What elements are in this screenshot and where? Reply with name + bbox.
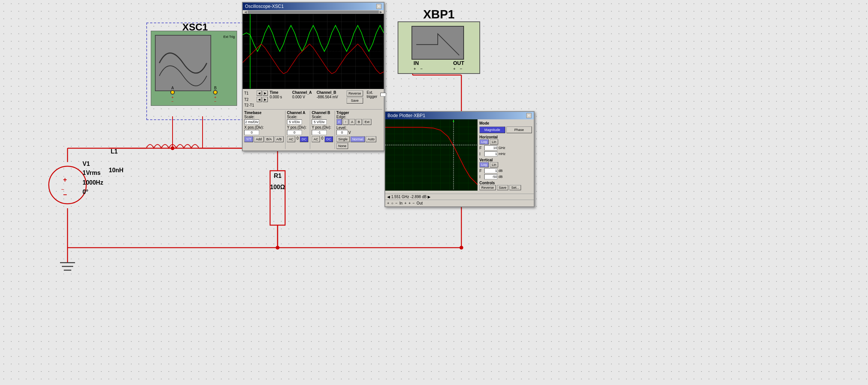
bode-statusbar: ◀ 1.551 GHz -2.898 dB ▶ bbox=[385, 194, 534, 200]
xsc1-terminal-b: B + − bbox=[213, 86, 218, 104]
xbp1-in-label: IN bbox=[414, 60, 423, 66]
osc-trigger-level-input[interactable] bbox=[336, 130, 348, 135]
bode-footer-in-minus[interactable]: − bbox=[395, 201, 398, 205]
xsc1-component: XSC1 Ext Trig A + − B bbox=[146, 23, 244, 120]
osc-cha-ypos-input[interactable] bbox=[287, 130, 302, 135]
osc-timebase-section: Timebase Scale: X pos.(Div): Y/T Add B/A… bbox=[244, 111, 284, 142]
xbp1-waveform bbox=[412, 27, 463, 59]
bode-h-f-row: F GHz bbox=[479, 145, 532, 150]
bode-v-f-unit: dB bbox=[499, 169, 508, 173]
osc-cha-scale-lbl: Scale: bbox=[287, 115, 308, 119]
bode-h-lin-btn[interactable]: Lin bbox=[490, 139, 498, 144]
bode-footer-plus-out: + bbox=[404, 201, 407, 205]
osc-t1-time: 0.000 s bbox=[270, 95, 290, 99]
bode-h-log-lin-row: Log Lin bbox=[479, 139, 532, 144]
osc-trigger-section: Trigger Edge: F ↑ A B Ext Level: V bbox=[336, 111, 382, 149]
bode-v-lin-btn[interactable]: Lin bbox=[490, 162, 498, 167]
osc-cha-ac-btn[interactable]: AC bbox=[287, 136, 296, 142]
svg-text:~: ~ bbox=[61, 186, 64, 192]
bode-h-i-input[interactable] bbox=[484, 151, 497, 156]
bode-magnitude-btn[interactable]: Magnitude bbox=[479, 126, 505, 133]
xbp1-screen bbox=[411, 26, 464, 60]
v1-spec3: 0° bbox=[83, 189, 88, 196]
osc-t1-left-btn[interactable]: ◀ bbox=[257, 90, 262, 96]
osc-trigger-title: Trigger bbox=[336, 111, 382, 115]
osc-cha-section: Channel A Scale: Y pos.(Div): AC 0 DC bbox=[287, 111, 308, 142]
osc-cha-zero-label: 0 bbox=[296, 136, 299, 142]
bode-footer-out-minus[interactable]: − bbox=[413, 201, 415, 205]
bode-nav-left[interactable]: ◀ bbox=[387, 195, 390, 199]
osc-titlebar: Oscilloscope-XSC1 ✕ bbox=[243, 3, 384, 10]
osc-ext-trigger-checkbox[interactable] bbox=[380, 93, 386, 96]
osc-hscroll-top[interactable]: ◀ ▶ bbox=[243, 10, 384, 14]
osc-trigger-level-lbl: Level: bbox=[336, 126, 382, 130]
osc-chb-scale-input[interactable] bbox=[312, 119, 327, 125]
bode-plot-display bbox=[385, 119, 478, 191]
bode-titlebar: Bode Plotter-XBP1 ✕ bbox=[385, 112, 534, 119]
osc-yt-btn[interactable]: Y/T bbox=[244, 136, 253, 142]
osc-trigger-edge-b-btn[interactable]: B bbox=[356, 119, 362, 125]
osc-trigger-edge-r-btn[interactable]: ↑ bbox=[343, 119, 348, 125]
bode-phase-btn[interactable]: Phase bbox=[506, 126, 532, 133]
osc-t2-left-btn[interactable]: ◀ bbox=[257, 97, 262, 102]
osc-ab-btn[interactable]: A/B bbox=[275, 136, 284, 142]
osc-trigger-edge-f-btn[interactable]: F bbox=[336, 119, 342, 125]
xsc1-terminal-a: A + − bbox=[170, 86, 175, 104]
bode-footer-circle-in[interactable]: ○ bbox=[391, 201, 393, 205]
osc-single-btn[interactable]: Single bbox=[336, 136, 350, 142]
osc-t2-right-btn[interactable]: ▶ bbox=[263, 97, 268, 102]
bode-h-log-btn[interactable]: Log bbox=[479, 139, 489, 144]
osc-chb-scale-lbl: Scale: bbox=[312, 115, 333, 119]
bode-v-log-lin-row: Log Lin bbox=[479, 162, 532, 167]
bode-v-log-btn[interactable]: Log bbox=[479, 162, 489, 167]
osc-reverse-btn[interactable]: Reverse bbox=[347, 90, 363, 96]
bode-nav-right[interactable]: ▶ bbox=[428, 195, 431, 199]
xsc1-terminal-a-minus: − bbox=[171, 99, 174, 104]
bode-h-f-input[interactable] bbox=[484, 145, 497, 150]
bode-status-val: -2.898 dB bbox=[410, 195, 426, 199]
osc-time-header: Time bbox=[270, 90, 290, 95]
bode-reverse-btn[interactable]: Reverse bbox=[479, 185, 496, 190]
osc-t1-right-btn[interactable]: ▶ bbox=[263, 90, 268, 96]
bode-footer-out-plus[interactable]: + bbox=[408, 201, 411, 205]
bode-save-btn[interactable]: Save bbox=[497, 185, 509, 190]
osc-cha-title: Channel A bbox=[287, 111, 308, 115]
osc-save-btn[interactable]: Save bbox=[347, 98, 363, 104]
l1-value: 10nH bbox=[109, 167, 123, 174]
bode-v-f-input[interactable] bbox=[484, 168, 497, 173]
osc-chb-dc-btn[interactable]: DC bbox=[324, 136, 333, 142]
osc-normal-btn[interactable]: Normal bbox=[350, 136, 365, 142]
bode-horizontal-section: Horizontal Log Lin F GHz I mHz bbox=[479, 135, 532, 156]
osc-ba-btn[interactable]: B/A bbox=[264, 136, 274, 142]
osc-close-btn[interactable]: ✕ bbox=[376, 4, 381, 9]
bode-controls-title: Controls bbox=[479, 181, 532, 185]
bode-sidebar: Mode Magnitude Phase Horizontal Log Lin … bbox=[478, 119, 534, 194]
osc-none-btn[interactable]: None bbox=[336, 143, 348, 149]
osc-cha-ypos-lbl: Y pos.(Div): bbox=[287, 125, 308, 129]
osc-trigger-edge-ext-btn[interactable]: Ext bbox=[363, 119, 371, 125]
osc-cha-dc-btn[interactable]: DC bbox=[300, 136, 308, 142]
osc-chb-ypos-input[interactable] bbox=[312, 130, 327, 135]
osc-chb-title: Channel B bbox=[312, 111, 333, 115]
v1-spec2: 1000Hz bbox=[83, 179, 103, 186]
bode-set-btn[interactable]: Set... bbox=[509, 185, 521, 190]
osc-auto-btn[interactable]: Auto bbox=[366, 136, 377, 142]
bode-content: Mode Magnitude Phase Horizontal Log Lin … bbox=[385, 119, 534, 194]
bode-footer: + ○ − In + + − Out bbox=[385, 200, 534, 206]
bode-horizontal-title: Horizontal bbox=[479, 135, 532, 139]
osc-add-btn[interactable]: Add bbox=[254, 136, 264, 142]
xsc1-waveform bbox=[156, 36, 210, 90]
osc-tb-scale-input[interactable] bbox=[244, 119, 259, 125]
xsc1-terminal-a-plus: + bbox=[171, 95, 174, 99]
bode-mode-buttons: Magnitude Phase bbox=[479, 126, 532, 133]
xbp1-out-section: OUT + − bbox=[453, 60, 464, 71]
osc-chb-ac-btn[interactable]: AC bbox=[312, 136, 320, 142]
osc-t2t1-label: T2-T1 bbox=[244, 103, 255, 107]
osc-trigger-edge-a-btn[interactable]: A bbox=[349, 119, 355, 125]
bode-v-i-label: I bbox=[479, 175, 483, 179]
bode-v-i-input[interactable] bbox=[484, 174, 497, 179]
bode-controls-section: Controls Reverse Save Set... bbox=[479, 181, 532, 190]
osc-cha-scale-input[interactable] bbox=[287, 119, 302, 125]
bode-close-btn[interactable]: ✕ bbox=[526, 113, 532, 118]
osc-tb-xpos-input[interactable] bbox=[244, 130, 259, 135]
